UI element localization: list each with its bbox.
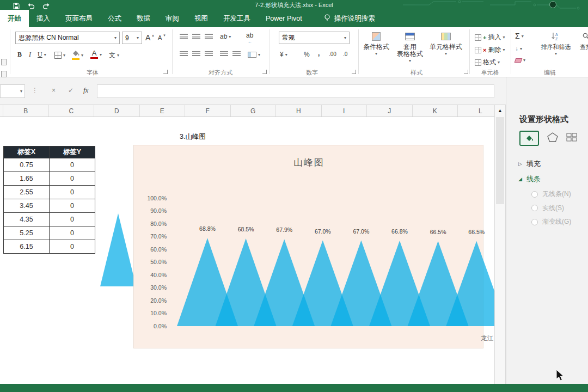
column-header-I[interactable]: I: [322, 105, 367, 117]
column-header-H[interactable]: H: [276, 105, 322, 117]
tab-开始[interactable]: 开始: [0, 10, 29, 27]
italic-button[interactable]: I: [29, 51, 31, 59]
table-cell[interactable]: 4.35: [4, 213, 50, 226]
align-bottom-button[interactable]: [205, 34, 213, 40]
underline-button[interactable]: U▾: [38, 51, 46, 59]
align-left-button[interactable]: [180, 51, 188, 57]
column-header-K[interactable]: K: [413, 105, 458, 117]
column-header-F[interactable]: F: [185, 105, 231, 117]
triangle-shape[interactable]: [100, 213, 136, 286]
column-header-E[interactable]: E: [140, 105, 186, 117]
font-color-button[interactable]: A▾: [90, 50, 102, 59]
merge-center-button[interactable]: ▾: [248, 52, 260, 58]
font-name-select[interactable]: 思源黑体 CN Normal▾: [15, 32, 120, 44]
tab-视图[interactable]: 视图: [187, 10, 216, 27]
align-right-button[interactable]: [205, 51, 213, 57]
format-cells-button[interactable]: 格式▾: [475, 58, 500, 67]
fill-down-button[interactable]: ↓▾: [515, 45, 522, 52]
tab-审阅[interactable]: 审阅: [158, 10, 187, 27]
align-center-button[interactable]: [192, 51, 200, 57]
column-header-L[interactable]: L: [458, 105, 494, 117]
copy-icon[interactable]: [1, 71, 7, 77]
enter-button[interactable]: ✓: [68, 87, 74, 94]
percent-button[interactable]: %: [304, 51, 310, 58]
effects-tab[interactable]: [547, 132, 558, 144]
tab-Power Pivot[interactable]: Power Pivot: [258, 10, 310, 27]
table-cell[interactable]: 0: [50, 186, 95, 199]
phonetic-button[interactable]: 文▾: [109, 51, 119, 60]
column-header-D[interactable]: D: [94, 105, 140, 117]
column-header-J[interactable]: J: [367, 105, 413, 117]
decrease-indent-button[interactable]: [220, 51, 228, 57]
table-cell[interactable]: 3.45: [4, 199, 50, 213]
fill-section-header[interactable]: ▷填充: [518, 159, 541, 169]
tab-开发工具[interactable]: 开发工具: [216, 10, 258, 27]
tab-页面布局[interactable]: 页面布局: [58, 10, 100, 27]
cell-styles-button[interactable]: 单元格样式▾: [428, 30, 464, 56]
tab-插入[interactable]: 插入: [29, 10, 58, 27]
table-cell[interactable]: 0: [50, 240, 95, 254]
name-box[interactable]: ▾: [0, 84, 25, 98]
find-select-button[interactable]: 查找: [574, 30, 588, 51]
vertical-scrollbar[interactable]: ▲: [494, 105, 506, 384]
align-top-button[interactable]: [180, 34, 188, 40]
avatar[interactable]: [549, 1, 556, 8]
alignment-dialog-launcher[interactable]: [262, 70, 267, 74]
table-cell[interactable]: 0.75: [4, 158, 50, 172]
font-size-select[interactable]: 9▾: [122, 32, 142, 44]
currency-button[interactable]: ¥▾: [280, 51, 287, 58]
tell-me-box[interactable]: 操作说明搜索: [324, 10, 375, 27]
decrease-font-button[interactable]: A▾: [158, 34, 166, 41]
format-as-table-button[interactable]: 套用表格格式▾: [393, 30, 427, 63]
borders-button[interactable]: ▾: [54, 52, 65, 59]
conditional-formatting-button[interactable]: 条件格式▾: [360, 30, 392, 56]
bold-button[interactable]: B: [17, 51, 22, 59]
delete-cells-button[interactable]: ×删除▾: [475, 45, 505, 54]
table-cell[interactable]: 6.15: [4, 240, 50, 254]
cell-note-text[interactable]: 3.山峰图: [180, 132, 206, 142]
mountain-chart[interactable]: 山峰图 100.0%90.0%80.0%70.0%60.0%50.0%40.0%…: [133, 145, 483, 348]
table-cell[interactable]: 0: [50, 226, 95, 240]
table-cell[interactable]: 1.65: [4, 172, 50, 186]
align-middle-button[interactable]: [192, 34, 200, 40]
cut-icon[interactable]: [1, 59, 7, 65]
font-dialog-launcher[interactable]: [163, 70, 168, 74]
fill-color-button[interactable]: ▾: [72, 50, 83, 60]
wrap-text-button[interactable]: ab←: [246, 32, 253, 44]
clear-button[interactable]: ▾: [515, 58, 525, 63]
size-properties-tab[interactable]: [566, 133, 577, 144]
scroll-up-button[interactable]: ▲: [495, 105, 505, 116]
autosum-button[interactable]: Σ▾: [515, 32, 524, 40]
tab-数据[interactable]: 数据: [129, 10, 158, 27]
sort-filter-button[interactable]: AZ 排序和筛选▾: [539, 30, 573, 56]
radio-option-1[interactable]: 无线条(N): [531, 189, 571, 199]
table-header-cell[interactable]: 标签X: [4, 146, 50, 158]
scrollbar-thumb[interactable]: [496, 117, 504, 204]
table-header-cell[interactable]: 标签Y: [50, 146, 95, 158]
radio-option-3[interactable]: 渐变线(G): [531, 217, 571, 226]
column-header-G[interactable]: G: [231, 105, 277, 117]
column-header-C[interactable]: C: [49, 105, 95, 117]
tab-公式[interactable]: 公式: [100, 10, 129, 27]
worksheet[interactable]: BCDEFGHIJKL 3.山峰图 标签X标签Y0.7501.6502.5503…: [0, 105, 494, 384]
cancel-button[interactable]: ×: [52, 87, 56, 94]
number-dialog-launcher[interactable]: [352, 70, 356, 74]
table-cell[interactable]: 0: [50, 158, 95, 172]
number-format-select[interactable]: 常规▾: [279, 32, 350, 44]
orientation-button[interactable]: ab▾: [220, 33, 231, 40]
table-cell[interactable]: 2.55: [4, 186, 50, 199]
decrease-decimal-button[interactable]: .0: [343, 51, 347, 57]
increase-font-button[interactable]: A▴: [145, 33, 154, 42]
table-cell[interactable]: 0: [50, 172, 95, 186]
increase-indent-button[interactable]: [232, 51, 241, 57]
line-section-header[interactable]: ◢线条: [518, 174, 541, 184]
table-cell[interactable]: 0: [50, 213, 95, 226]
table-cell[interactable]: 5.25: [4, 226, 50, 240]
fill-line-tab[interactable]: [519, 131, 539, 146]
increase-decimal-button[interactable]: .00: [329, 51, 336, 57]
radio-option-2[interactable]: 实线(S): [531, 204, 564, 213]
thousands-button[interactable]: ,: [318, 50, 320, 57]
column-header-B[interactable]: B: [3, 105, 49, 117]
formula-input[interactable]: [97, 84, 494, 98]
styles-dialog-launcher[interactable]: [464, 70, 468, 74]
